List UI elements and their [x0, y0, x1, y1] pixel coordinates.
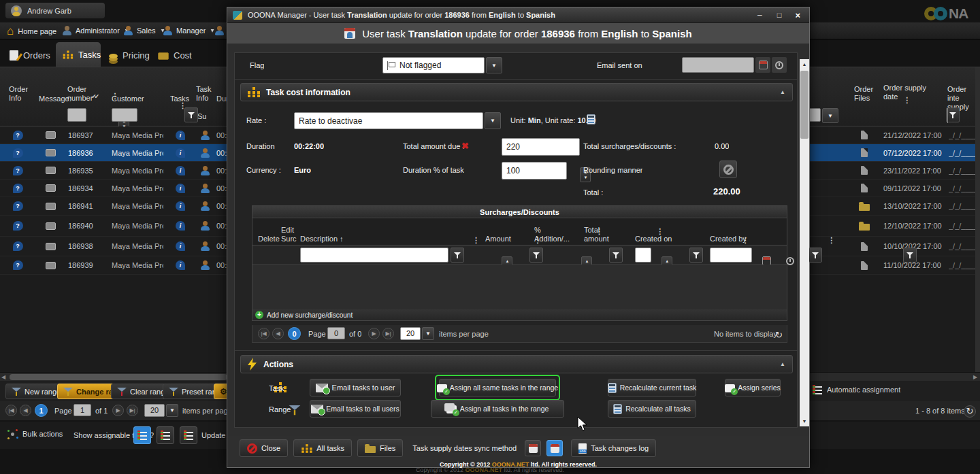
recalculate-all-button[interactable]: Recalculate all tasks: [608, 400, 696, 418]
pager-next-icon[interactable]: ▶: [112, 405, 124, 416]
minimize-icon[interactable]: –: [753, 10, 767, 20]
refresh-icon[interactable]: [964, 405, 976, 418]
filter-icon[interactable]: [184, 107, 198, 122]
per-page-value[interactable]: 20: [400, 327, 421, 340]
menu-home[interactable]: Home page: [7, 25, 56, 37]
close-button[interactable]: Close: [240, 439, 288, 457]
info-icon[interactable]: [176, 241, 185, 251]
question-icon[interactable]: [13, 241, 23, 251]
scroll-left-icon[interactable]: ◀: [1, 374, 5, 380]
menu-administrator[interactable]: Administrator: [63, 26, 129, 35]
page-input[interactable]: [327, 327, 345, 339]
pager-next-icon[interactable]: ▶: [368, 328, 380, 339]
column-menu-icon[interactable]: [828, 236, 835, 245]
order-number-filter-input[interactable]: [67, 108, 86, 122]
col-tasks[interactable]: Tasks: [170, 95, 189, 103]
rate-dropdown-icon[interactable]: ▼: [485, 112, 501, 129]
collapse-icon[interactable]: [780, 361, 785, 367]
tab-tasks[interactable]: Tasks: [56, 42, 101, 67]
rate-dropdown[interactable]: Rate to deactivae: [294, 112, 483, 129]
order-files-icon[interactable]: [861, 242, 868, 251]
filter-icon[interactable]: [529, 248, 543, 263]
customer-filter-input[interactable]: [112, 108, 137, 122]
message-icon[interactable]: [46, 149, 56, 156]
bulk-actions-button[interactable]: Bulk actions: [7, 428, 63, 439]
tab-cost[interactable]: Cost: [155, 44, 200, 67]
recalculate-current-button[interactable]: Recalculate current task: [608, 379, 696, 396]
scroll-up-icon[interactable]: ▲: [800, 59, 809, 69]
pager-last-icon[interactable]: ▶|: [382, 328, 394, 339]
column-check-icon[interactable]: [91, 93, 97, 100]
pager-prev-icon[interactable]: ◀: [272, 328, 284, 339]
menu-sales[interactable]: Sales: [124, 26, 165, 35]
dialog-vscrollbar[interactable]: ▲ ▼: [800, 59, 809, 426]
actions-section-header[interactable]: Actions: [240, 355, 793, 373]
filter-icon[interactable]: [609, 248, 623, 263]
order-files-icon[interactable]: [861, 261, 868, 270]
per-page-value[interactable]: 20: [144, 404, 165, 417]
message-icon[interactable]: [46, 262, 56, 269]
pager-last-icon[interactable]: ▶|: [127, 405, 138, 416]
info-icon[interactable]: [176, 221, 185, 231]
task-changes-log-button[interactable]: Task changes log: [571, 439, 656, 457]
right-filter-dropdown[interactable]: ▼: [822, 108, 838, 123]
info-icon[interactable]: [176, 131, 185, 140]
per-page-dropdown-icon[interactable]: ▼: [422, 327, 434, 340]
question-icon[interactable]: [13, 201, 23, 211]
scroll-down-icon[interactable]: ▼: [800, 416, 809, 426]
info-icon[interactable]: [176, 184, 185, 193]
created-by-filter-input[interactable]: [710, 248, 752, 263]
info-icon[interactable]: [176, 201, 185, 211]
order-folder-icon[interactable]: [859, 204, 870, 211]
collapse-icon[interactable]: [780, 89, 785, 95]
col-order-files[interactable]: OrderFiles: [854, 85, 873, 103]
files-button[interactable]: Files: [357, 439, 403, 457]
maximize-icon[interactable]: □: [772, 11, 787, 19]
message-icon[interactable]: [46, 167, 56, 174]
col-amount[interactable]: Amount: [485, 235, 511, 243]
rounding-button[interactable]: [719, 160, 737, 178]
email-tasks-all-button[interactable]: Email tasks to all users: [310, 400, 401, 418]
col-pct-addition[interactable]: %Addition/...: [534, 226, 570, 243]
info-icon[interactable]: [176, 260, 185, 270]
assignable-toggle-3[interactable]: [180, 426, 197, 444]
question-icon[interactable]: [13, 148, 23, 158]
filter-icon[interactable]: [689, 248, 703, 263]
col-total-amount[interactable]: Totalamount: [584, 226, 609, 243]
close-icon[interactable]: ×: [791, 10, 804, 20]
question-icon[interactable]: [13, 166, 23, 175]
table-vscrollbar[interactable]: [975, 67, 980, 373]
email-clock-button[interactable]: [772, 57, 787, 73]
order-folder-icon[interactable]: [859, 224, 870, 231]
col-description[interactable]: Description ↑: [300, 235, 344, 243]
col-customer[interactable]: Customer: [112, 95, 144, 103]
dialog-titlebar[interactable]: OOONA Manager - User task Translation up…: [227, 7, 809, 23]
order-files-icon[interactable]: [861, 148, 868, 157]
user-chip[interactable]: Andrew Garb: [5, 3, 105, 18]
flag-dropdown-icon[interactable]: ▼: [486, 57, 502, 73]
filter-icon[interactable]: [808, 248, 822, 263]
sync-method-option-2-selected[interactable]: [546, 440, 563, 456]
duration-pct-input[interactable]: [502, 162, 567, 180]
flag-dropdown[interactable]: Not flagged: [382, 57, 485, 73]
scrollbar-thumb[interactable]: [800, 71, 808, 139]
order-files-icon[interactable]: [861, 166, 868, 175]
automatic-assignment[interactable]: Automatic assignment: [813, 385, 900, 394]
email-calendar-button[interactable]: [755, 57, 770, 73]
message-icon[interactable]: [46, 203, 56, 210]
pager-current-page[interactable]: 1: [35, 404, 48, 417]
page-input[interactable]: [74, 404, 91, 416]
task-cost-section-header[interactable]: Task cost information: [240, 83, 793, 101]
info-icon[interactable]: [176, 166, 185, 175]
col-task-info[interactable]: TaskInfo: [196, 85, 212, 103]
question-icon[interactable]: [13, 260, 23, 270]
message-icon[interactable]: [46, 184, 56, 192]
assignable-toggle-2[interactable]: [157, 426, 174, 444]
tab-orders[interactable]: Orders: [3, 44, 54, 67]
pager-first-icon[interactable]: |◀: [258, 328, 270, 339]
question-icon[interactable]: [13, 131, 23, 140]
column-menu-icon[interactable]: [472, 236, 480, 245]
scrollbar-thumb[interactable]: [10, 374, 227, 380]
pager-current-page[interactable]: 0: [288, 327, 301, 340]
assignable-toggle-1[interactable]: [133, 426, 151, 444]
